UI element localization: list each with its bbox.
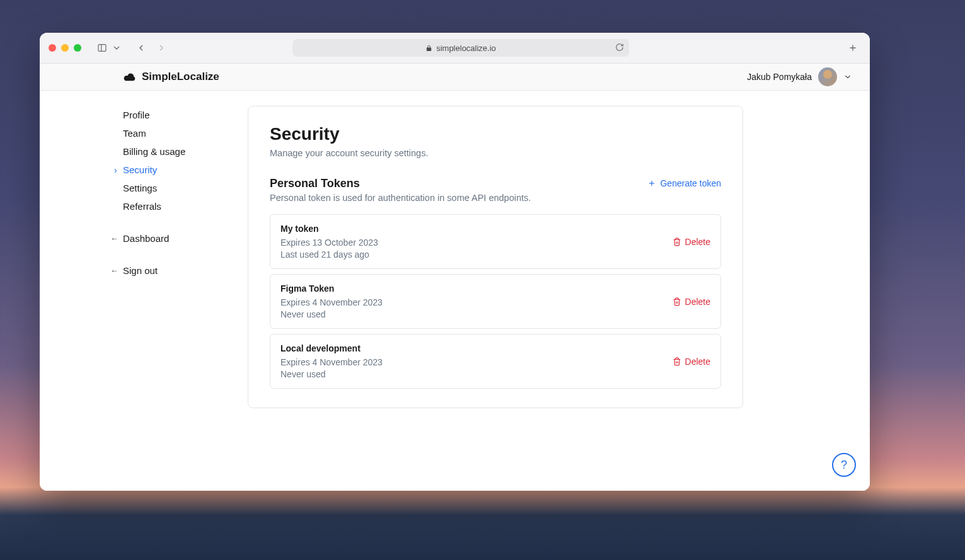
token-expires: Expires 13 October 2023 [280,237,378,248]
chevron-down-icon [843,72,852,81]
user-menu[interactable]: Jakub Pomykała [747,67,852,86]
forward-button[interactable] [153,40,170,56]
cloud-icon [123,72,137,82]
sidebar-item-dashboard[interactable]: Dashboard [123,229,210,248]
brand-name: SimpleLocalize [142,71,219,83]
sidebar-item-profile[interactable]: Profile [123,106,210,124]
help-icon: ? [841,459,847,472]
generate-token-label: Generate token [660,178,721,188]
delete-token-button[interactable]: Delete [673,357,710,367]
help-button[interactable]: ? [832,453,856,477]
page-subtitle: Manage your account security settings. [270,148,721,158]
refresh-icon[interactable] [615,43,624,54]
sidebar-item-label: Billing & usage [123,146,185,157]
plus-icon [647,179,656,188]
back-button[interactable] [133,40,149,56]
trash-icon [673,297,681,306]
maximize-window-button[interactable] [74,44,81,52]
sidebar-item-billing[interactable]: Billing & usage [123,142,210,161]
sidebar-item-label: Security [123,164,157,175]
address-bar[interactable]: simplelocalize.io [292,39,629,57]
delete-label: Delete [685,357,710,367]
delete-label: Delete [685,237,710,247]
url-text: simplelocalize.io [436,43,496,53]
section-subtitle: Personal token is used for authenticatio… [270,193,721,203]
token-card: Local development Expires 4 November 202… [270,334,721,389]
sidebar-item-label: Dashboard [123,233,169,244]
brand-logo[interactable]: SimpleLocalize [123,71,219,83]
browser-window: simplelocalize.io SimpleLocalize Jakub P… [40,33,870,491]
token-last-used: Never used [280,309,383,319]
token-name: My token [280,224,378,234]
user-name: Jakub Pomykała [747,72,812,82]
avatar [818,67,837,86]
token-expires: Expires 4 November 2023 [280,357,383,367]
section-title: Personal Tokens [270,177,360,190]
delete-token-button[interactable]: Delete [673,297,710,307]
lock-icon [425,45,432,52]
delete-token-button[interactable]: Delete [673,237,710,247]
window-controls [49,44,81,52]
close-window-button[interactable] [49,44,56,52]
sidebar-item-team[interactable]: Team [123,124,210,142]
svg-rect-0 [98,45,106,52]
app-header: SimpleLocalize Jakub Pomykała [40,64,870,91]
sidebar-item-label: Profile [123,110,150,120]
sidebar: Profile Team Billing & usage Security Se… [40,91,210,491]
sidebar-item-label: Team [123,128,146,139]
token-name: Local development [280,343,383,353]
sidebar-item-label: Sign out [123,265,158,276]
token-last-used: Never used [280,369,383,379]
new-tab-button[interactable] [845,40,861,56]
sidebar-item-settings[interactable]: Settings [123,179,210,197]
page-title: Security [270,124,721,144]
trash-icon [673,357,681,366]
sidebar-item-security[interactable]: Security [123,161,210,179]
sidebar-item-referrals[interactable]: Referrals [123,197,210,215]
token-card: My token Expires 13 October 2023 Last us… [270,214,721,269]
delete-label: Delete [685,297,710,307]
sidebar-item-label: Referrals [123,201,161,212]
minimize-window-button[interactable] [61,44,69,52]
token-last-used: Last used 21 days ago [280,249,378,260]
sidebar-item-signout[interactable]: Sign out [123,261,210,280]
token-list: My token Expires 13 October 2023 Last us… [270,214,721,389]
browser-toolbar: simplelocalize.io [40,33,870,64]
sidebar-item-label: Settings [123,183,157,193]
generate-token-button[interactable]: Generate token [647,177,721,188]
trash-icon [673,237,681,246]
security-card: Security Manage your account security se… [248,106,743,408]
sidebar-toggle-icon[interactable] [94,40,110,56]
main-content: Security Manage your account security se… [210,91,870,491]
token-name: Figma Token [280,283,383,294]
token-expires: Expires 4 November 2023 [280,297,383,307]
token-card: Figma Token Expires 4 November 2023 Neve… [270,274,721,329]
chevron-down-icon[interactable] [112,40,122,56]
